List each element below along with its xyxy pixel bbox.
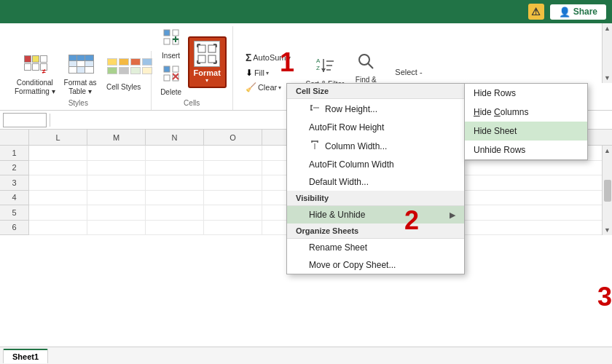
row-headers: 1 2 3 4 5 6 — [0, 146, 29, 235]
hide-columns-item[interactable]: Hide Columns — [465, 103, 587, 122]
cell-styles-button[interactable]: Cell Styles — [103, 55, 145, 93]
sheet-tabs: Sheet1 — [0, 347, 612, 364]
styles-group: ≠ ConditionalFormatting ▾ — [6, 51, 152, 110]
unhide-rows-item[interactable]: Unhide Rows — [465, 141, 587, 159]
cell-size-section: Cell Size — [287, 84, 464, 99]
svg-rect-1 — [173, 30, 178, 36]
move-copy-sheet-item[interactable]: Move or Copy Sheet... — [287, 256, 464, 274]
col-header-N: N — [146, 130, 204, 145]
svg-marker-27 — [321, 68, 326, 72]
conditional-formatting-button[interactable]: ≠ ConditionalFormatting ▾ — [12, 51, 58, 98]
svg-point-32 — [359, 55, 369, 65]
delete-button[interactable]: Delete — [157, 63, 185, 98]
format-as-table-button[interactable]: Format asTable ▾ — [61, 51, 100, 98]
col-header-O: O — [204, 130, 262, 145]
svg-rect-8 — [164, 75, 170, 81]
svg-rect-15 — [208, 55, 216, 63]
format-label: Format — [194, 68, 221, 77]
insert-button[interactable]: Insert — [157, 26, 185, 61]
insert-label: Insert — [162, 52, 180, 60]
cells-group: Insert Delete — [152, 26, 233, 110]
svg-line-33 — [368, 63, 373, 68]
svg-rect-6 — [164, 66, 170, 72]
select-text: Select - — [395, 68, 422, 76]
step-3-label: 3 — [597, 284, 612, 310]
svg-rect-13 — [208, 45, 216, 52]
organize-sheets-section: Organize Sheets — [287, 223, 464, 239]
grid-cell[interactable] — [29, 146, 87, 160]
clear-button[interactable]: 🧹 Clear ▾ — [243, 82, 293, 93]
name-box[interactable] — [3, 113, 47, 127]
vertical-scrollbar[interactable]: ▲ ▼ — [602, 146, 612, 235]
col-header-L: L — [29, 130, 87, 145]
clear-label: Clear — [258, 83, 277, 92]
top-bar: ⚠ 👤 Share — [0, 0, 612, 23]
svg-rect-7 — [173, 66, 178, 72]
format-dropdown: Cell Size Row Height... AutoFit Row Heig… — [286, 83, 465, 274]
autofit-row-height-item[interactable]: AutoFit Row Height — [287, 119, 464, 136]
sheet-tab-sheet1[interactable]: Sheet1 — [3, 349, 48, 363]
svg-text:Z: Z — [316, 65, 320, 71]
cells-group-label: Cells — [184, 99, 200, 107]
svg-rect-0 — [164, 30, 170, 36]
grid-cell[interactable] — [146, 146, 204, 160]
svg-rect-14 — [198, 55, 205, 63]
rename-sheet-item[interactable]: Rename Sheet — [287, 239, 464, 256]
styles-group-label: Styles — [68, 99, 88, 107]
hide-sheet-item[interactable]: Hide Sheet — [465, 122, 587, 141]
share-icon: 👤 — [559, 7, 570, 17]
svg-rect-12 — [198, 45, 205, 52]
grid-cell[interactable] — [204, 146, 262, 160]
visibility-section: Visibility — [287, 191, 464, 206]
ribbon-scrollbar[interactable]: ▲ ▼ — [602, 23, 612, 83]
default-width-item[interactable]: Default Width... — [287, 173, 464, 191]
fill-label: Fill — [254, 68, 264, 77]
warning-icon: ⚠ — [528, 4, 544, 20]
corner-cell — [0, 130, 29, 146]
col-header-M: M — [87, 130, 146, 145]
svg-rect-2 — [164, 39, 170, 44]
step-2-label: 2 — [404, 207, 419, 234]
row-height-item[interactable]: Row Height... — [287, 99, 464, 119]
cell-styles-label: Cell Styles — [106, 83, 141, 92]
grid-cell[interactable] — [87, 146, 146, 160]
format-button[interactable]: Format ▾ — [188, 36, 227, 88]
hide-unhide-submenu: Hide Rows Hide Columns Hide Sheet Unhide… — [464, 83, 588, 160]
svg-text:A: A — [316, 58, 321, 64]
share-button[interactable]: 👤 Share — [550, 4, 606, 20]
step-1-label: 1 — [280, 50, 294, 76]
delete-label: Delete — [160, 88, 181, 96]
column-width-item[interactable]: Column Width... — [287, 136, 464, 156]
autofit-column-width-item[interactable]: AutoFit Column Width — [287, 156, 464, 173]
hide-unhide-item[interactable]: Hide & Unhide ▶ — [287, 206, 464, 223]
hide-rows-item[interactable]: Hide Rows — [465, 84, 587, 103]
